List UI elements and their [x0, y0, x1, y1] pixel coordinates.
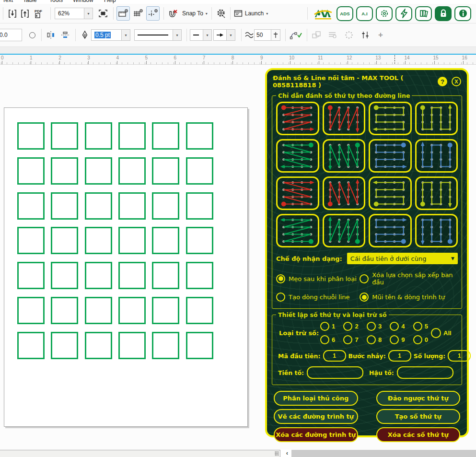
ma-logo-icon[interactable] [313, 7, 333, 20]
add-icon[interactable]: + [378, 30, 383, 40]
outline-width-select[interactable]: 0.5 pt ▾ [91, 29, 130, 41]
radio-selected-icon[interactable] [276, 274, 285, 283]
exclude-all-option[interactable]: All [431, 328, 459, 338]
info-icon[interactable] [454, 6, 471, 21]
option-radio-1[interactable]: Mẹo sau khi phân loại [276, 271, 360, 286]
publish-pdf-button[interactable]: PDF [31, 7, 46, 20]
pattern-thumb-zigzag-h-br[interactable] [276, 214, 319, 247]
canvas-square[interactable] [51, 262, 78, 289]
exclude-digit-option[interactable]: 0 [413, 335, 428, 344]
canvas-square[interactable] [51, 122, 78, 150]
options-gear-button[interactable] [215, 7, 227, 20]
delete-numbers-button[interactable]: Xóa các số thứ tự [376, 427, 461, 442]
chevron-down-icon[interactable]: ▾ [266, 12, 268, 16]
suffix-input[interactable] [397, 366, 453, 379]
radio-icon[interactable] [360, 274, 369, 283]
delete-sequence-lines-button[interactable]: Xóa các đường trình tự [274, 427, 358, 442]
canvas-square[interactable] [17, 262, 45, 289]
canvas-square[interactable] [85, 192, 112, 220]
resize-handle[interactable] [275, 451, 279, 456]
radio-selected-icon[interactable] [360, 293, 369, 302]
pattern-thumb-snake-v-tr[interactable] [415, 139, 458, 173]
canvas-square[interactable] [51, 297, 78, 324]
canvas-square[interactable] [85, 227, 112, 254]
pattern-thumb-snake-v-br[interactable] [415, 214, 458, 247]
canvas-square[interactable] [186, 262, 213, 289]
fullscreen-preview-button[interactable] [97, 7, 109, 20]
radio-icon[interactable] [343, 335, 352, 344]
canvas-square[interactable] [186, 157, 213, 185]
exclude-digit-option[interactable]: 5 [413, 322, 428, 331]
close-button[interactable]: X [452, 77, 461, 86]
menu-item[interactable]: Help [104, 0, 116, 3]
canvas-square[interactable] [186, 122, 213, 150]
canvas-square[interactable] [51, 227, 78, 254]
canvas-square[interactable] [17, 297, 45, 324]
canvas-square[interactable] [152, 332, 179, 359]
canvas-square[interactable] [152, 262, 179, 289]
rulers-toggle-button[interactable] [116, 6, 130, 21]
option-radio-4[interactable]: Mũi tên & dòng trình tự [360, 293, 458, 302]
first-number-input[interactable]: 1 [323, 350, 346, 362]
prefix-input[interactable] [307, 366, 363, 379]
snap-to-label[interactable]: Snap To [182, 10, 203, 17]
manual-sort-button[interactable]: Phân loại thủ công [274, 391, 358, 406]
pattern-thumb-zigzag-v-bl[interactable] [323, 176, 366, 210]
radio-icon[interactable] [431, 328, 441, 338]
chevron-down-icon[interactable]: ▾ [226, 30, 235, 40]
target-gear-icon[interactable] [376, 6, 393, 21]
line-style-select[interactable]: ▾ [134, 29, 182, 41]
canvas-square[interactable] [118, 122, 146, 150]
lightning-icon[interactable] [395, 6, 412, 21]
pattern-thumb-snake-v-tl[interactable] [415, 102, 458, 135]
exclude-digit-option[interactable]: 7 [343, 335, 358, 344]
canvas-square[interactable] [85, 262, 112, 289]
exclude-digit-option[interactable]: 4 [390, 322, 405, 331]
pattern-thumb-snake-h-tr[interactable] [369, 139, 412, 173]
smoothing-slider-icon[interactable] [271, 29, 280, 41]
canvas-square[interactable] [186, 297, 213, 324]
menu-item[interactable]: Tools [49, 0, 63, 3]
launch-label[interactable]: Launch [245, 10, 264, 17]
canvas-square[interactable] [85, 332, 112, 359]
circle-icon[interactable] [26, 28, 38, 42]
horizontal-scrollbar[interactable] [291, 450, 476, 457]
ads-icon[interactable]: ADS [337, 6, 353, 21]
canvas-square[interactable] [118, 297, 146, 324]
guidelines-toggle-button[interactable] [146, 6, 160, 21]
canvas-square[interactable] [186, 227, 213, 254]
canvas-square[interactable] [85, 297, 112, 324]
pattern-thumb-zigzag-h-tl[interactable] [276, 102, 319, 135]
canvas-square[interactable] [152, 227, 179, 254]
end-arrowhead-select[interactable]: ▾ [213, 29, 235, 41]
help-button[interactable]: ? [438, 77, 447, 86]
pattern-thumb-zigzag-h-tr[interactable] [276, 139, 319, 173]
canvas-square[interactable] [152, 122, 179, 150]
reverse-order-button[interactable]: Đảo ngược thứ tự [376, 391, 461, 406]
mirror-vertical-icon[interactable] [59, 28, 71, 42]
exclude-digit-option[interactable]: 1 [320, 322, 335, 331]
canvas-square[interactable] [85, 157, 112, 185]
radio-icon[interactable] [413, 335, 422, 344]
radio-icon[interactable] [343, 322, 352, 331]
canvas-square[interactable] [118, 157, 146, 185]
pattern-thumb-zigzag-h-bl[interactable] [276, 176, 319, 210]
canvas-square[interactable] [152, 297, 179, 324]
sliders-icon[interactable] [359, 28, 372, 42]
chevron-down-icon[interactable]: ▾ [206, 12, 208, 16]
pattern-thumb-snake-h-br[interactable] [369, 214, 412, 247]
mirror-horizontal-icon[interactable] [45, 28, 57, 42]
canvas-square[interactable] [17, 332, 45, 359]
radio-icon[interactable] [390, 335, 399, 344]
menu-item[interactable]: Window [73, 0, 93, 3]
export-button[interactable] [19, 7, 31, 20]
canvas-square[interactable] [51, 157, 78, 185]
chevron-down-icon[interactable]: ▾ [84, 8, 93, 19]
exclude-digit-option[interactable]: 6 [320, 335, 335, 344]
exclude-digit-option[interactable]: 2 [343, 322, 358, 331]
canvas-square[interactable] [152, 157, 179, 185]
canvas-square[interactable] [51, 192, 78, 220]
pattern-thumb-snake-v-bl[interactable] [415, 176, 458, 210]
option-radio-2[interactable]: Xóa lựa chọn sắp xếp ban đầu [360, 271, 458, 286]
quantity-input[interactable]: 1 [448, 350, 471, 362]
